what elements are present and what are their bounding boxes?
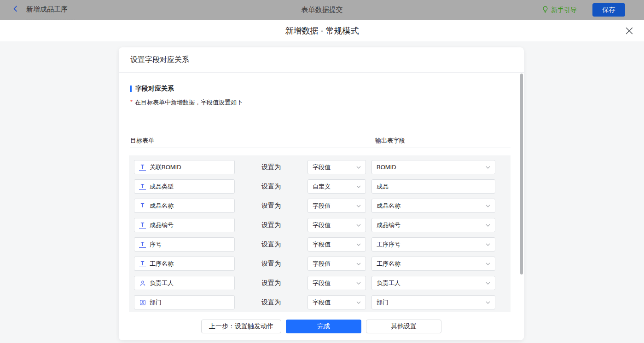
done-button[interactable]: 完成 [286,320,361,333]
chevron-left-icon [12,5,19,14]
text-field-icon: T [139,203,146,209]
set-as-label: 设置为 [261,160,281,174]
rows-container: T 关联BOMID 设置为 字段值 BOMID T 成品类型 设置为 自定义 [129,155,511,312]
text-field-icon: T [139,164,146,171]
required-asterisk: * [130,98,133,105]
chevron-down-icon [486,166,490,169]
mode-select[interactable]: 字段值 [307,237,366,252]
mapping-row: 负责工人 设置为 字段值 负责工人 [134,276,511,290]
target-field-box: T 成品类型 [134,179,235,194]
value-select[interactable]: BOMID [371,160,495,174]
section-title: 字段对应关系 [135,85,174,93]
section-heading: 字段对应关系 [130,85,174,93]
mode-select[interactable]: 字段值 [307,257,366,271]
chevron-down-icon [356,166,361,169]
value-select[interactable]: 工序名称 [371,257,495,271]
target-field-box: T 工序名称 [134,257,235,271]
text-field-icon: T [139,241,146,248]
target-field-box: T 序号 [134,237,235,252]
field-mapping-card: 设置字段对应关系 字段对应关系 * 在目标表单中新增数据，字段值设置如下 目标表… [119,47,524,340]
set-as-label: 设置为 [261,179,281,194]
mapping-row: T 关联BOMID 设置为 字段值 BOMID [134,160,511,174]
other-settings-button[interactable]: 其他设置 [366,320,441,333]
mapping-row: T 序号 设置为 字段值 工序序号 [134,237,511,252]
scrollbar-thumb[interactable] [520,74,523,274]
note-text: 在目标表单中新增数据，字段值设置如下 [135,98,243,107]
target-field-box: T 关联BOMID [134,160,235,174]
top-bar: 新增成品工序 表单数据提交 新手引导 保存 [0,0,644,20]
set-as-label: 设置为 [261,276,281,290]
beginner-guide-link[interactable]: 新手引导 [542,6,577,14]
chevron-down-icon [486,243,490,246]
set-as-label: 设置为 [261,218,281,232]
card-footer: 上一步：设置触发动作 完成 其他设置 [119,312,524,340]
target-field-box: T 成品名称 [134,199,235,213]
target-field-box: T 成品编号 [134,218,235,232]
set-as-label: 设置为 [261,257,281,271]
back-button[interactable] [11,6,19,14]
mode-select[interactable]: 字段值 [307,160,366,174]
modal-title: 新增数据 - 常规模式 [0,20,644,41]
chevron-down-icon [356,224,361,227]
column-headers: 目标表单 输出表字段 [130,135,511,148]
value-select[interactable]: 成品编号 [371,218,495,232]
chevron-down-icon [486,205,490,207]
mode-select[interactable]: 字段值 [307,295,366,309]
mode-select[interactable]: 字段值 [307,276,366,290]
member-field-icon [139,280,146,286]
save-button[interactable]: 保存 [592,3,625,17]
card-content: 字段对应关系 * 在目标表单中新增数据，字段值设置如下 目标表单 输出表字段 T… [119,73,524,312]
text-field-icon: T [139,261,146,267]
mode-select[interactable]: 自定义 [307,179,366,194]
topbar-actions: 新手引导 保存 [542,0,625,20]
chevron-down-icon [486,224,490,227]
mapping-row: 部门 设置为 字段值 部门 [134,295,511,309]
chevron-down-icon [356,301,361,304]
column-output-fields: 输出表字段 [375,137,405,145]
mode-select[interactable]: 字段值 [307,218,366,232]
set-as-label: 设置为 [261,237,281,252]
text-field-icon: T [139,183,146,190]
close-icon[interactable] [625,27,633,34]
text-field-icon: T [139,222,146,229]
target-field-box: 部门 [134,295,235,309]
previous-step-button[interactable]: 上一步：设置触发动作 [201,320,281,333]
mapping-row: T 成品名称 设置为 字段值 成品名称 [134,199,511,213]
dept-field-icon [139,299,146,306]
lightbulb-icon [542,6,549,14]
set-as-label: 设置为 [261,199,281,213]
workflow-name[interactable]: 新增成品工序 [26,0,75,19]
chevron-down-icon [486,282,490,285]
value-select[interactable]: 成品名称 [371,199,495,213]
chevron-down-icon [356,282,361,285]
card-header: 设置字段对应关系 [119,47,524,73]
target-field-box: 负责工人 [134,276,235,290]
chevron-down-icon [356,263,361,265]
chevron-down-icon [356,205,361,207]
value-select[interactable]: 部门 [371,295,495,309]
column-target-form: 目标表单 [130,137,154,145]
mapping-row: T 成品编号 设置为 字段值 成品编号 [134,218,511,232]
mapping-row: T 成品类型 设置为 自定义 成品 [134,179,511,194]
value-select[interactable]: 成品 [371,179,495,194]
chevron-down-icon [356,243,361,246]
section-marker [130,86,132,92]
beginner-guide-label: 新手引导 [551,6,577,14]
mode-select[interactable]: 字段值 [307,199,366,213]
value-select[interactable]: 负责工人 [371,276,495,290]
set-as-label: 设置为 [261,295,281,309]
mapping-row: T 工序名称 设置为 字段值 工序名称 [134,257,511,271]
chevron-down-icon [486,301,490,304]
workflow-name-label: 新增成品工序 [26,5,68,14]
required-note: * 在目标表单中新增数据，字段值设置如下 [130,98,243,107]
modal-header: 新增数据 - 常规模式 [0,20,644,41]
chevron-down-icon [356,185,361,188]
chevron-down-icon [486,263,490,265]
value-select[interactable]: 工序序号 [371,237,495,252]
